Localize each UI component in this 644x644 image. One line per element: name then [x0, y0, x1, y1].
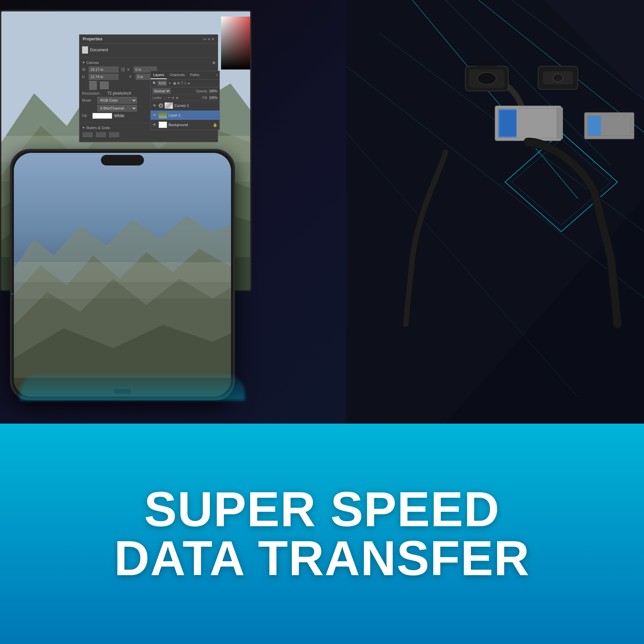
ps-canvas-collapse-icon[interactable]: ▼ [82, 61, 85, 64]
ps-fill-value: White [114, 114, 124, 118]
bottom-section: SUPER SPEED DATA TRANSFER [0, 424, 644, 644]
document-icon [82, 46, 88, 54]
svg-rect-43 [477, 62, 497, 67]
layers-blend-row: Normal Opacity: 100% [151, 87, 219, 95]
tab-channels[interactable]: Channels [167, 71, 187, 79]
ps-fill-color-swatch[interactable] [92, 113, 112, 119]
main-headline: SUPER SPEED DATA TRANSFER [114, 485, 530, 583]
fill-label: Fill: [203, 96, 208, 100]
layer-eye-background[interactable]: 👁 [153, 122, 157, 127]
layer-name-layer1: Layer 1 [168, 113, 217, 117]
usb-section [346, 26, 644, 357]
layer-item-background[interactable]: 👁 Background 🔒 [151, 120, 219, 130]
headline-line1: SUPER SPEED [114, 485, 530, 534]
ps-canvas-label: Canvas [86, 61, 99, 65]
layers-tabs: Layers Channels Paths ≡ [151, 71, 219, 79]
blend-mode-dropdown[interactable]: Normal [153, 88, 171, 94]
kind-label[interactable]: Kind [158, 81, 167, 86]
top-section: Properties >> ≡ ✕ Document [0, 0, 644, 424]
layers-panel: Layers Channels Paths ≡ 🔍 Kind ▼ ▣ ⚙ T [150, 71, 220, 130]
layer-item-curves[interactable]: 👁 ◕ Curves 1 [151, 101, 219, 111]
filter-smart-icon[interactable]: ● [188, 81, 190, 85]
layer-thumb-layer1 [159, 112, 167, 118]
svg-rect-38 [14, 262, 231, 282]
svg-point-42 [478, 72, 496, 84]
ps-canvas-expand-icon[interactable]: ⊠ [212, 61, 215, 65]
opacity-value[interactable]: 100% [209, 89, 217, 93]
layer-name-background: Background [168, 123, 211, 127]
filter-shape-icon[interactable]: ⬡ [184, 81, 187, 85]
ps-rulers-collapse-icon[interactable]: ▼ [82, 126, 85, 129]
layers-panel-menu[interactable]: ≡ [215, 71, 219, 79]
phone-led [11, 293, 13, 295]
ps-panel-controls[interactable]: >> ≡ ✕ [203, 37, 214, 41]
ps-resolution-label: Resolution: [82, 91, 105, 95]
ps-mode-dropdown[interactable]: RGB Color [97, 97, 137, 104]
ps-document-row: Document [82, 46, 215, 54]
tab-layers[interactable]: Layers [151, 71, 167, 79]
layer-thumb-curves [164, 102, 173, 109]
ps-mode-label: Mode [82, 98, 95, 102]
layer-settings-curves: ◕ [159, 103, 163, 108]
kind-dropdown-arrow[interactable]: ▼ [168, 81, 171, 85]
layer-name-curves: Curves 1 [174, 104, 217, 108]
ps-h-input[interactable] [89, 74, 118, 80]
ps-y-label: Y [129, 75, 134, 79]
ps-document-label: Document [90, 48, 108, 52]
layer-eye-curves[interactable]: 👁 [153, 103, 157, 108]
phone-notch [101, 155, 144, 165]
ps-h-label: H [82, 75, 87, 79]
ps-rulers-label: Rulers & Grids [86, 126, 110, 130]
ps-document-section: Document [79, 44, 218, 58]
lock-artboard-icon[interactable]: ⊕ [176, 96, 178, 100]
opacity-label: Opacity: 100% [196, 89, 217, 93]
locks-label: Locks: [153, 96, 162, 100]
ps-w-input[interactable] [89, 67, 118, 72]
phone-reflection [20, 374, 245, 400]
ps-expand-icon[interactable]: >> [203, 37, 207, 41]
layer-lock-icon: 🔒 [213, 123, 217, 127]
layers-toolbar: 🔍 Kind ▼ ▣ ⚙ T ⬡ ● [151, 79, 219, 87]
svg-rect-39 [14, 282, 231, 299]
ps-canvas-header: ▼ Canvas ⊠ [82, 61, 215, 65]
svg-rect-48 [556, 108, 563, 139]
ps-close-icon[interactable]: ✕ [211, 37, 214, 41]
phone-side-button [10, 244, 11, 260]
opacity-label-text: Opacity: [196, 89, 208, 93]
layers-locks-row: Locks: ⬚ ✏ ✛ ⊕ Fill: 100% [151, 95, 219, 101]
color-picker-widget[interactable] [221, 17, 252, 83]
layer-eye-layer1[interactable]: 👁 [153, 113, 157, 117]
phone-container [10, 149, 235, 400]
ps-panel-header: Properties >> ≡ ✕ [79, 35, 218, 44]
fill-value[interactable]: 100% [209, 96, 217, 100]
ps-x-label: X [127, 68, 132, 71]
svg-rect-47 [500, 111, 516, 136]
headline-line2: DATA TRANSFER [114, 534, 530, 583]
ps-menu-icon[interactable]: ≡ [208, 37, 210, 41]
ps-panel-title: Properties [83, 37, 102, 41]
lock-position-icon[interactable]: ✛ [172, 96, 174, 100]
tab-paths[interactable]: Paths [188, 71, 202, 79]
phone-body [10, 149, 235, 400]
main-container: Properties >> ≡ ✕ Document [0, 0, 644, 644]
ps-fill-label: Fill [82, 114, 90, 118]
filter-pixel-icon[interactable]: ▣ [173, 81, 176, 85]
phone-screen [14, 153, 231, 396]
search-icon: 🔍 [153, 81, 157, 85]
layer-item-layer1[interactable]: 👁 Layer 1 [151, 111, 219, 120]
lock-transparent-icon[interactable]: ⬚ [163, 96, 166, 100]
svg-rect-27 [221, 17, 252, 69]
filter-adjust-icon[interactable]: ⚙ [177, 81, 180, 85]
filter-type-icon[interactable]: T [181, 81, 183, 85]
ps-w-label: W [82, 68, 87, 71]
ps-resolution-value: 72 pixels/inch [107, 91, 131, 96]
ps-depth-dropdown[interactable]: 8 Bits/Channel [97, 105, 137, 112]
layer-thumb-background [159, 121, 167, 128]
ps-ruler-values-row [82, 132, 215, 138]
ps-landscape-icon[interactable] [100, 82, 109, 89]
lock-image-icon[interactable]: ✏ [168, 96, 170, 100]
ps-portrait-icon[interactable] [89, 81, 97, 90]
ps-link-icon: ⛓ [120, 67, 125, 72]
usb-c-connector [465, 62, 525, 113]
